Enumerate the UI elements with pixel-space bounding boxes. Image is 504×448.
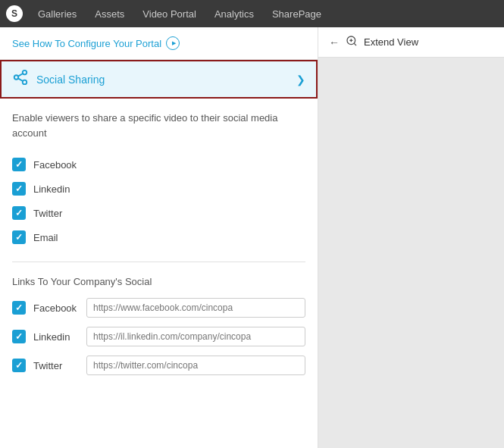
divider xyxy=(12,262,305,262)
play-icon xyxy=(166,36,180,50)
input-facebook-link[interactable] xyxy=(86,298,305,318)
label-twitter: Twitter xyxy=(33,208,62,219)
share-option-facebook[interactable]: Facebook xyxy=(12,152,305,177)
extend-view-label: Extend View xyxy=(364,36,418,48)
checkbox-twitter[interactable] xyxy=(12,206,26,220)
share-option-twitter[interactable]: Twitter xyxy=(12,201,305,225)
content-area: See How To Configure Your Portal Social … xyxy=(0,27,504,448)
links-section-title: Links To Your Company's Social xyxy=(0,268,318,293)
nav-galleries[interactable]: Galleries xyxy=(35,8,80,20)
checkbox-email[interactable] xyxy=(12,230,26,244)
link-row-twitter: Twitter xyxy=(0,351,318,380)
label-twitter-link: Twitter xyxy=(33,360,79,371)
label-email: Email xyxy=(33,232,58,243)
checkbox-twitter-link[interactable] xyxy=(12,359,26,372)
description-text: Enable viewers to share a specific video… xyxy=(0,99,318,146)
right-panel: ← Extend View xyxy=(318,27,504,448)
link-row-facebook: Facebook xyxy=(0,293,318,322)
top-nav: S Galleries Assets Video Portal Analytic… xyxy=(0,0,504,27)
label-linkedin: Linkedin xyxy=(33,183,70,195)
share-icon xyxy=(12,69,29,89)
input-linkedin-link[interactable] xyxy=(86,327,305,346)
label-facebook: Facebook xyxy=(33,159,77,171)
checkbox-linkedin[interactable] xyxy=(12,182,26,196)
social-sharing-label: Social Sharing xyxy=(36,74,296,86)
logo: S xyxy=(6,5,23,22)
input-twitter-link[interactable] xyxy=(86,356,305,375)
label-facebook-link: Facebook xyxy=(33,302,79,314)
share-option-email[interactable]: Email xyxy=(12,225,305,249)
back-arrow-icon[interactable]: ← xyxy=(329,36,340,49)
share-option-linkedin[interactable]: Linkedin xyxy=(12,177,305,201)
zoom-icon xyxy=(346,35,358,49)
configure-portal-link[interactable]: See How To Configure Your Portal xyxy=(0,27,318,60)
nav-assets[interactable]: Assets xyxy=(92,8,127,20)
checkbox-facebook[interactable] xyxy=(12,158,26,171)
nav-video-portal[interactable]: Video Portal xyxy=(139,8,199,20)
left-panel: See How To Configure Your Portal Social … xyxy=(0,27,318,448)
svg-line-4 xyxy=(18,74,23,77)
checkbox-linkedin-link[interactable] xyxy=(12,330,26,343)
checkbox-facebook-link[interactable] xyxy=(12,301,26,315)
nav-analytics[interactable]: Analytics xyxy=(211,8,257,20)
preview-area xyxy=(318,58,504,448)
configure-portal-text: See How To Configure Your Portal xyxy=(12,38,161,49)
svg-line-6 xyxy=(354,43,356,45)
label-linkedin-link: Linkedin xyxy=(33,331,79,343)
link-row-linkedin: Linkedin xyxy=(0,322,318,351)
svg-line-3 xyxy=(18,78,23,81)
share-options-section: Facebook Linkedin Twitter Email xyxy=(0,146,318,255)
social-sharing-item[interactable]: Social Sharing ❯ xyxy=(0,60,318,99)
nav-sharepage[interactable]: SharePage xyxy=(269,8,324,20)
extend-view-bar: ← Extend View xyxy=(318,27,504,58)
chevron-right-icon: ❯ xyxy=(296,74,305,86)
